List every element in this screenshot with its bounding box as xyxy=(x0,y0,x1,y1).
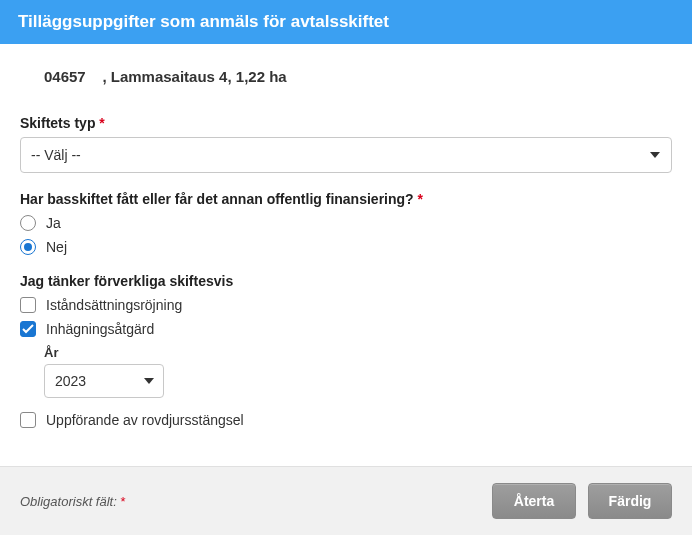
measure-row-predator-fence: Uppförande av rovdjursstängsel xyxy=(20,412,672,428)
measure-label-clearing: Iståndsättningsröjning xyxy=(46,297,182,313)
measure-checkbox-clearing[interactable] xyxy=(20,297,36,313)
measures-label: Jag tänker förverkliga skiftesvis xyxy=(20,273,672,289)
measure-label-fencing: Inhägningsåtgärd xyxy=(46,321,154,337)
funding-option-yes-row: Ja xyxy=(20,215,672,231)
funding-radio-group: Ja Nej xyxy=(20,215,672,255)
type-select-wrap: -- Välj -- xyxy=(20,137,672,173)
measure-row-clearing: Iståndsättningsröjning xyxy=(20,297,672,313)
funding-option-no-row: Nej xyxy=(20,239,672,255)
year-label: År xyxy=(44,345,672,360)
fencing-year-block: År 2023 xyxy=(44,345,672,398)
measure-row-fencing: Inhägningsåtgärd xyxy=(20,321,672,337)
parcel-code: 04657 xyxy=(44,68,86,85)
dialog-content: 04657 , Lammasaitaus 4, 1,22 ha Skiftets… xyxy=(0,44,692,466)
funding-radio-no[interactable] xyxy=(20,239,36,255)
funding-no-label: Nej xyxy=(46,239,67,255)
measure-checkbox-predator-fence[interactable] xyxy=(20,412,36,428)
required-hint: Obligatoriskt fält: * xyxy=(20,494,126,509)
parcel-name-area: , Lammasaitaus 4, 1,22 ha xyxy=(102,68,286,85)
type-field: Skiftets typ * -- Välj -- xyxy=(20,115,672,173)
reset-button[interactable]: Återta xyxy=(492,483,576,519)
type-label-row: Skiftets typ * xyxy=(20,115,672,131)
done-button[interactable]: Färdig xyxy=(588,483,672,519)
funding-label: Har basskiftet fått eller får det annan … xyxy=(20,191,414,207)
required-hint-text: Obligatoriskt fält: xyxy=(20,494,117,509)
dialog-footer: Obligatoriskt fält: * Återta Färdig xyxy=(0,466,692,535)
funding-field: Har basskiftet fått eller får det annan … xyxy=(20,191,672,255)
footer-buttons: Återta Färdig xyxy=(492,483,672,519)
parcel-title: 04657 , Lammasaitaus 4, 1,22 ha xyxy=(44,68,672,85)
type-select[interactable]: -- Välj -- xyxy=(20,137,672,173)
funding-radio-yes[interactable] xyxy=(20,215,36,231)
measure-checkbox-fencing[interactable] xyxy=(20,321,36,337)
dialog-header: Tilläggsuppgifter som anmäls för avtalss… xyxy=(0,0,692,44)
funding-yes-label: Ja xyxy=(46,215,61,231)
type-label: Skiftets typ xyxy=(20,115,95,131)
required-mark: * xyxy=(120,494,125,509)
dialog-title: Tilläggsuppgifter som anmäls för avtalss… xyxy=(18,12,389,31)
year-select[interactable]: 2023 xyxy=(44,364,164,398)
required-mark: * xyxy=(418,191,423,207)
required-mark: * xyxy=(99,115,104,131)
year-select-wrap: 2023 xyxy=(44,364,164,398)
funding-label-row: Har basskiftet fått eller får det annan … xyxy=(20,191,672,207)
measure-label-predator-fence: Uppförande av rovdjursstängsel xyxy=(46,412,244,428)
